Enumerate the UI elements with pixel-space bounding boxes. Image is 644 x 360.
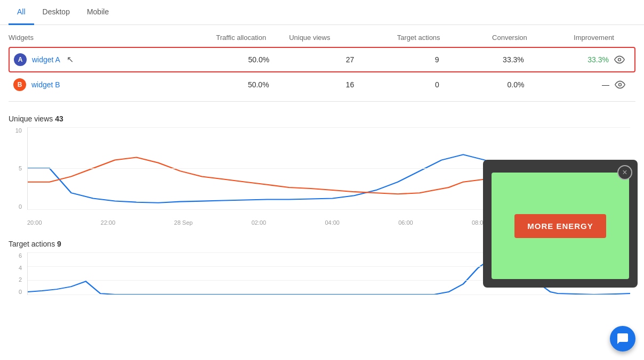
unique-views-title: Unique views 43 [9, 114, 635, 123]
divider [9, 101, 635, 102]
widget-a-label: A widget A ↖ [14, 53, 184, 66]
svg-point-0 [618, 58, 621, 61]
row-a-traffic: 50.0% [184, 55, 269, 64]
row-a-eye-button[interactable] [609, 54, 630, 65]
cursor-icon: ↖ [67, 54, 74, 64]
row-a-unique-views: 27 [269, 55, 354, 64]
row-b-conversion: 0.0% [439, 80, 525, 89]
col-header-widgets: Widgets [9, 34, 179, 43]
tab-mobile[interactable]: Mobile [78, 0, 117, 25]
modal-content-area: MORE ENERGY [492, 173, 629, 279]
table-header: Widgets Traffic allocation Unique views … [9, 29, 635, 47]
widget-b-label: B widget B [13, 78, 184, 91]
tab-all[interactable]: All [9, 0, 34, 25]
y-axis-labels: 10 5 0 [9, 127, 22, 210]
row-b-traffic: 50.0% [184, 80, 269, 89]
col-header-conversion: Conversion [440, 34, 527, 43]
widget-a-name[interactable]: widget A [32, 55, 60, 64]
col-header-actions [614, 34, 635, 43]
top-nav: All Desktop Mobile [0, 0, 644, 25]
modal-close-button[interactable]: × [617, 165, 632, 180]
row-a-improvement: 33.3% [524, 55, 609, 64]
more-energy-button[interactable]: MORE ENERGY [514, 214, 606, 238]
row-b-improvement: — [524, 80, 609, 89]
row-b-unique-views: 16 [269, 80, 355, 89]
col-header-traffic: Traffic allocation [179, 34, 266, 43]
modal-box: × MORE ENERGY [483, 160, 638, 288]
col-header-target-actions: Target actions [353, 34, 440, 43]
widget-b-name[interactable]: widget B [31, 80, 60, 89]
row-a-conversion: 33.3% [439, 55, 524, 64]
data-table: Widgets Traffic allocation Unique views … [0, 29, 644, 97]
col-header-improvement: Improvement [527, 34, 614, 43]
badge-a: A [14, 53, 27, 66]
ta-y-labels: 6 4 2 0 [9, 252, 22, 295]
table-row-b[interactable]: B widget B 50.0% 16 0 0.0% — [9, 72, 635, 97]
svg-point-1 [619, 83, 622, 86]
row-b-target-actions: 0 [354, 80, 439, 89]
tab-desktop[interactable]: Desktop [34, 0, 78, 25]
col-header-unique-views: Unique views [266, 34, 353, 43]
badge-b: B [13, 78, 26, 91]
table-row-a[interactable]: A widget A ↖ 50.0% 27 9 33.3% 33.3% [9, 47, 635, 72]
row-b-eye-button[interactable] [609, 79, 631, 90]
row-a-target-actions: 9 [354, 55, 439, 64]
